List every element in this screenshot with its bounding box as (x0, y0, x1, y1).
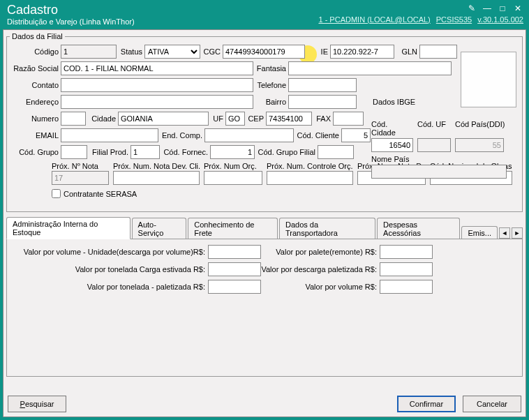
codigo-input[interactable] (61, 45, 117, 59)
tab-emissao[interactable]: Emis... (461, 226, 498, 239)
app-window: Cadastro Distribuição e Varejo (Linha Wi… (1, 1, 528, 419)
gln-input[interactable] (419, 45, 457, 59)
filialprod-input[interactable] (131, 145, 160, 159)
label-endereco: Endereço (10, 98, 59, 106)
uf-input[interactable] (225, 112, 245, 126)
label-uf: UF (211, 114, 223, 123)
label-ton-paletizada: Valor por tonelada - paletizada R$: (13, 283, 208, 291)
proxnota-input (52, 171, 109, 185)
label-telefone: Telefone (255, 81, 286, 89)
cancelar-button[interactable]: Cancelar (463, 396, 521, 412)
proxnumctrlorc-input[interactable] (267, 171, 353, 185)
label-proxnumctrlorc: Próx. Num. Controle Orç. (267, 162, 357, 170)
tab-despesas-acessorias[interactable]: Despesas Acessórias (377, 218, 460, 239)
label-filialprod: Filial Prod. (89, 148, 128, 156)
endcomp-input[interactable] (204, 128, 294, 142)
minimize-icon[interactable]: — (482, 3, 493, 14)
codcliente-input[interactable] (341, 128, 371, 142)
confirmar-button[interactable]: Confirmar (397, 396, 456, 412)
label-fantasia: Fantasia (255, 64, 286, 73)
label-bairro: Bairro (255, 98, 286, 106)
label-proxnumorc: Próx. Num Orç. (204, 162, 267, 170)
codcidade-input[interactable] (371, 138, 413, 152)
label-ibge: Dados IBGE (373, 98, 422, 106)
cidade-input[interactable] (118, 112, 209, 126)
codpais-input (455, 138, 504, 152)
window-controls: ✎ — □ ✕ (318, 3, 523, 14)
endereco-input[interactable] (61, 95, 253, 109)
contato-input[interactable] (61, 78, 253, 92)
label-proxnotadev: Próx. Num. Nota Dev. Cli. (113, 162, 204, 170)
cgc-input[interactable] (223, 45, 305, 59)
label-cep: CEP (247, 114, 264, 123)
fantasia-input[interactable] (288, 61, 452, 75)
group-legend: Dados da Filial (10, 32, 65, 40)
label-codcidade: Cód. Cidade (371, 120, 413, 137)
codfornec-input[interactable] (210, 145, 255, 159)
status-select[interactable]: ATIVA (144, 45, 200, 59)
label-descarga-paletizada: Valor por descarga paletizada R$: (261, 265, 380, 273)
label-valor-volume: Valor por volume R$: (261, 283, 380, 291)
email-input[interactable] (61, 128, 158, 142)
label-razao: Razão Social (10, 64, 59, 73)
close-icon[interactable]: ✕ (512, 3, 523, 14)
label-endcomp: End. Comp. (161, 131, 202, 140)
client-area: Dados da Filial Código Status ATIVA CGC … (3, 29, 526, 417)
label-palete-remonte: Valor por palete(remonte) R$: (261, 248, 380, 256)
tab-scroll-right-icon[interactable]: ► (512, 227, 523, 239)
dados-filial-group: Dados da Filial Código Status ATIVA CGC … (6, 32, 523, 212)
tab-admin-estoque[interactable]: Administração Interna do Estoque (6, 217, 131, 239)
pesquisar-button[interactable]: Pesquisar (8, 396, 66, 412)
label-gln: GLN (396, 47, 417, 56)
contratante-serasa-checkbox[interactable]: Contratante SERASA (52, 189, 137, 198)
numero-input[interactable] (61, 112, 86, 126)
proxnotadev-input[interactable] (113, 171, 200, 185)
tab-content: Valor por volume - Unidade(descarga por … (6, 239, 523, 377)
maximize-icon[interactable]: □ (497, 3, 508, 14)
nomepais-input (371, 165, 507, 179)
ie-input[interactable] (330, 45, 394, 59)
user-label[interactable]: 1 - PCADMIN (LOCAL@LOCAL) (318, 15, 430, 24)
label-fax: FAX (314, 114, 331, 123)
ton-estivada-input[interactable] (208, 262, 261, 276)
vol-unidade-input[interactable] (208, 245, 261, 259)
edit-icon[interactable]: ✎ (466, 3, 477, 14)
label-nomepais: Nome País (371, 155, 511, 163)
telefone-input[interactable] (288, 78, 357, 92)
codgrupofilial-input[interactable] (318, 145, 354, 159)
label-coduf: Cód. UF (417, 120, 451, 137)
module-label[interactable]: PCSIS535 (436, 15, 472, 24)
version-label[interactable]: v.30.1.05.002 (477, 15, 523, 24)
tab-strip: Administração Interna do Estoque Auto-Se… (6, 216, 523, 239)
descarga-paletizada-input[interactable] (380, 262, 433, 276)
label-cidade: Cidade (88, 114, 116, 123)
contratante-checkbox-box[interactable] (52, 189, 61, 198)
label-codgrupo: Cód. Grupo (10, 148, 59, 156)
label-codfornec: Cód. Fornec. (162, 148, 208, 156)
razao-input[interactable] (61, 61, 253, 75)
label-email: EMAIL (10, 131, 59, 140)
label-cgc: CGC (202, 47, 221, 56)
ton-paletizada-input[interactable] (208, 280, 261, 294)
label-codgrupofilial: Cód. Grupo Filial (257, 148, 315, 156)
label-status: Status (119, 47, 142, 56)
tab-conhecimento-frete[interactable]: Conhecimento de Frete (188, 218, 278, 239)
codgrupo-input[interactable] (61, 145, 87, 159)
proxnumorc-input[interactable] (204, 171, 262, 185)
cep-input[interactable] (266, 112, 312, 126)
valor-volume-input[interactable] (380, 280, 433, 294)
label-proxnota: Próx. Nº Nota (52, 162, 113, 170)
fax-input[interactable] (333, 112, 364, 126)
coduf-input[interactable] (417, 138, 451, 152)
label-ie: IE (307, 47, 328, 56)
titlebar: Cadastro Distribuição e Varejo (Linha Wi… (1, 1, 528, 29)
tab-scroll-left-icon[interactable]: ◄ (499, 227, 510, 239)
palete-remonte-input[interactable] (380, 245, 433, 259)
tab-dados-transportadora[interactable]: Dados da Transportadora (279, 218, 375, 239)
bairro-input[interactable] (288, 95, 357, 109)
label-codpais: Cód País(DDI) (455, 120, 511, 137)
photo-placeholder[interactable] (461, 52, 516, 107)
label-ton-estivada: Valor por tonelada Carga estivada R$: (13, 265, 208, 273)
label-numero: Numero (10, 114, 59, 123)
tab-auto-servico[interactable]: Auto-Serviço (132, 218, 187, 239)
